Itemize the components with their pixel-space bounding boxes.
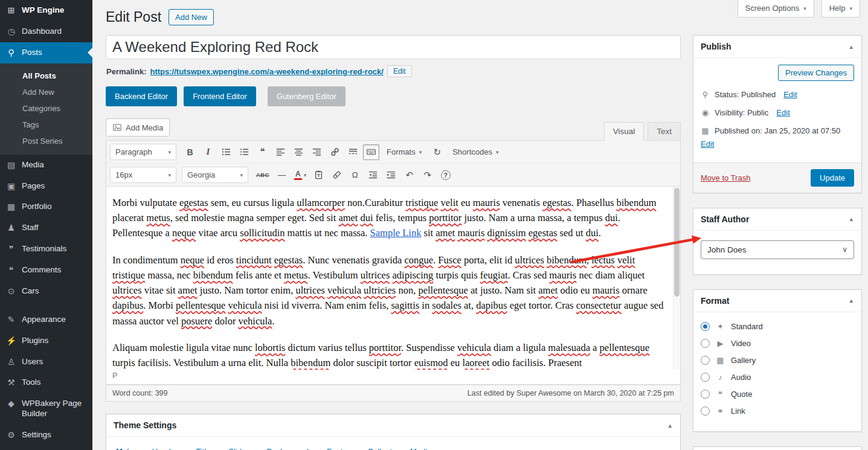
edit-permalink-button[interactable]: Edit — [387, 65, 412, 77]
edit-link[interactable]: Edit — [701, 140, 714, 149]
collapse-icon[interactable]: ▴ — [848, 215, 854, 223]
sidebar-item-plugins[interactable]: ⚡Plugins — [0, 330, 92, 352]
paste-as-text-button[interactable] — [310, 167, 327, 183]
sidebar-item-posts[interactable]: ⚲Posts — [0, 42, 92, 63]
align-right-button[interactable] — [309, 144, 325, 160]
sidebar-item-cars[interactable]: ⊙Cars — [0, 281, 92, 302]
sidebar-item-settings[interactable]: ⚙Settings — [0, 425, 92, 446]
shortcodes-dropdown[interactable]: Shortcodes ▾ — [447, 144, 504, 160]
radio-gallery[interactable] — [701, 356, 710, 365]
post-title-input[interactable] — [106, 35, 681, 59]
theme-tab-slider[interactable]: Slider — [228, 447, 248, 450]
theme-settings-header[interactable]: Theme Settings ▴ — [106, 414, 680, 437]
add-new-button[interactable]: Add New — [169, 9, 214, 25]
format-option-gallery[interactable]: ▦Gallery — [701, 356, 854, 365]
align-center-button[interactable] — [291, 144, 307, 160]
format-option-audio[interactable]: ♪Audio — [701, 373, 854, 382]
theme-tab-media[interactable]: Media — [410, 447, 431, 450]
editor-content[interactable]: Morbi vulputate egestas sem, eu cursus l… — [106, 187, 680, 370]
submenu-item-tags[interactable]: Tags — [0, 117, 92, 133]
theme-tab-footer[interactable]: Footer — [327, 447, 350, 450]
sidebar-item-comments[interactable]: ❝Comments — [0, 260, 92, 281]
radio-link[interactable] — [701, 407, 710, 416]
frontend-editor-button[interactable]: Frontend Editor — [184, 86, 256, 106]
sidebar-item-testimonials[interactable]: ❞Testimonials — [0, 239, 92, 260]
blockquote-button[interactable]: ❝ — [254, 144, 271, 160]
tab-visual[interactable]: Visual — [604, 122, 645, 141]
staff-author-header[interactable]: Staff Author ▴ — [693, 208, 861, 231]
publish-header[interactable]: Publish ▴ — [693, 36, 861, 58]
collapse-icon[interactable]: ▴ — [667, 422, 673, 429]
preview-changes-button[interactable]: Preview Changes — [778, 65, 854, 81]
radio-video[interactable] — [701, 339, 710, 348]
help-button[interactable]: Help ▾ — [821, 0, 860, 18]
sidebar-item-pages[interactable]: ▣Pages — [0, 176, 92, 197]
scrollbar-thumb[interactable] — [674, 188, 680, 297]
theme-tab-title[interactable]: Title — [196, 447, 210, 450]
radio-quote[interactable] — [701, 390, 710, 399]
editor-scrollbar[interactable] — [673, 187, 680, 370]
bold-button[interactable]: B — [182, 144, 198, 160]
sidebar-item-wpbakery-page-builder[interactable]: ◆WPBakery Page Builder — [0, 393, 92, 425]
sidebar-item-media[interactable]: ▤Media — [0, 155, 92, 176]
sidebar-item-tools[interactable]: ⚒Tools — [0, 372, 92, 393]
special-character-button[interactable]: Ω — [347, 167, 363, 183]
font-family-select[interactable]: Georgia ▾ — [182, 167, 248, 183]
collapse-icon[interactable]: ▴ — [848, 43, 854, 51]
submenu-item-post-series[interactable]: Post Series — [0, 133, 92, 149]
gutenberg-editor-button[interactable]: Gutenberg Editor — [268, 86, 346, 106]
paragraph-format-select[interactable]: Paragraph ▾ — [110, 144, 176, 160]
refresh-button[interactable]: ↻ — [429, 144, 445, 160]
text-color-button[interactable]: A ▾ — [292, 167, 309, 183]
strikethrough-button[interactable]: ABC — [254, 167, 272, 183]
font-size-select[interactable]: 16px ▾ — [110, 167, 176, 183]
bullet-list-button[interactable] — [218, 144, 234, 160]
edit-link[interactable]: Edit — [776, 108, 789, 119]
element-path[interactable]: P — [106, 370, 680, 384]
sidebar-item-staff[interactable]: ♟Staff — [0, 217, 92, 239]
numbered-list-button[interactable] — [236, 144, 252, 160]
staff-author-select[interactable]: John Does — [701, 241, 854, 259]
screen-options-button[interactable]: Screen Options ▾ — [738, 0, 814, 18]
sample-link[interactable]: Sample Link — [370, 227, 422, 239]
update-button[interactable]: Update — [811, 169, 854, 187]
horizontal-rule-button[interactable]: — — [274, 167, 290, 183]
italic-button[interactable]: I — [200, 144, 216, 160]
format-option-video[interactable]: ▶Video — [701, 339, 854, 348]
submenu-item-all-posts[interactable]: All Posts — [0, 68, 92, 84]
format-option-link[interactable]: ⚭Link — [701, 407, 854, 416]
sidebar-item-wp-engine[interactable]: ⊞WP Engine — [0, 0, 92, 21]
format-option-standard[interactable]: ✦Standard — [701, 322, 854, 331]
outdent-button[interactable] — [365, 167, 381, 183]
indent-button[interactable] — [383, 167, 399, 183]
categories-header[interactable]: Categories ▴ — [693, 447, 861, 450]
radio-audio[interactable] — [701, 373, 710, 382]
formats-dropdown[interactable]: Formats ▾ — [381, 144, 427, 160]
tab-text[interactable]: Text — [648, 122, 681, 141]
submenu-item-categories[interactable]: Categories — [0, 100, 92, 117]
read-more-button[interactable] — [345, 144, 361, 160]
theme-tab-main[interactable]: Main — [116, 447, 134, 450]
radio-standard[interactable] — [701, 322, 710, 331]
insert-link-button[interactable] — [327, 144, 343, 160]
sidebar-item-users[interactable]: ♙Users — [0, 352, 92, 373]
help-button-editor[interactable]: ? — [437, 167, 454, 183]
sidebar-item-portfolio[interactable]: ▦Portfolio — [0, 196, 92, 217]
align-left-button[interactable] — [272, 144, 289, 160]
sidebar-item-appearance[interactable]: ✎Appearance — [0, 309, 92, 330]
add-media-button[interactable]: Add Media — [106, 118, 170, 137]
backend-editor-button[interactable]: Backend Editor — [106, 86, 177, 106]
move-to-trash-link[interactable]: Move to Trash — [701, 173, 750, 182]
theme-tab-callout[interactable]: Callout — [368, 447, 392, 450]
undo-button[interactable]: ↶ — [401, 167, 417, 183]
format-header[interactable]: Format ▴ — [693, 290, 861, 312]
theme-tab-background[interactable]: Background — [267, 447, 309, 450]
format-option-quote[interactable]: ❝Quote — [701, 390, 854, 399]
clear-formatting-button[interactable] — [329, 167, 345, 183]
toolbar-toggle-button[interactable] — [363, 144, 379, 160]
edit-link[interactable]: Edit — [783, 89, 797, 101]
submenu-item-add-new[interactable]: Add New — [0, 84, 92, 100]
collapse-icon[interactable]: ▴ — [848, 297, 854, 304]
sidebar-item-dashboard[interactable]: ◷Dashboard — [0, 21, 92, 42]
permalink-link[interactable]: https://tutswpex.wpengine.com/a-weekend-… — [150, 67, 383, 76]
